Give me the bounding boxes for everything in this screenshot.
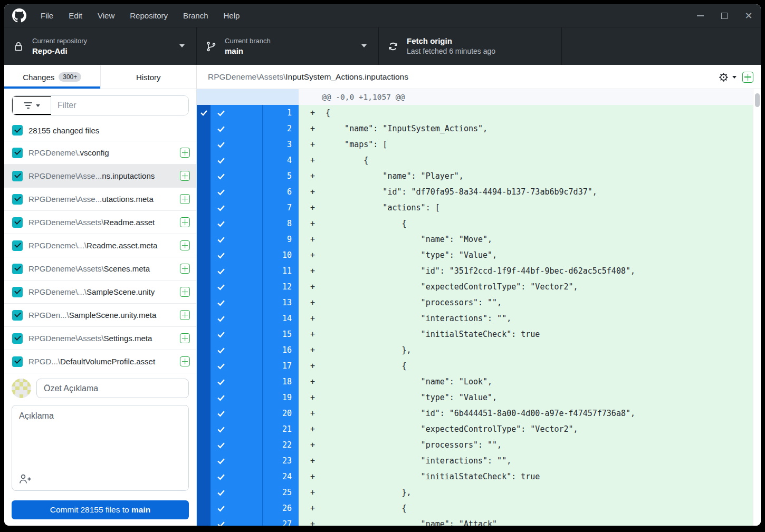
line-include-checkbox[interactable] [211,374,262,390]
hunk-strip-gutter[interactable] [197,485,211,500]
file-plus-button[interactable] [180,217,190,227]
commit-button[interactable]: Commit 28155 files to main [12,500,189,519]
hunk-strip-gutter[interactable] [197,216,211,231]
file-plus-button[interactable] [180,171,190,181]
file-checkbox[interactable] [12,333,23,344]
file-checkbox[interactable] [12,171,23,181]
line-include-checkbox[interactable] [211,500,262,516]
hunk-strip-gutter[interactable] [197,263,211,279]
line-include-checkbox[interactable] [211,216,262,231]
line-include-checkbox[interactable] [211,152,262,168]
diff-scrollbar-thumb[interactable] [755,93,760,107]
menu-item[interactable]: Branch [183,11,208,20]
line-include-checkbox[interactable] [211,516,262,526]
hunk-strip-gutter[interactable] [197,168,211,184]
hunk-strip-gutter[interactable] [197,137,211,152]
line-include-checkbox[interactable] [211,437,262,453]
hunk-strip-gutter[interactable] [197,342,211,358]
file-plus-button[interactable] [180,148,190,158]
file-row[interactable]: RPGDeneme\...\SampleScene.unity [4,280,196,304]
line-include-checkbox[interactable] [211,453,262,469]
line-include-checkbox[interactable] [211,263,262,279]
hunk-strip-gutter[interactable] [197,469,211,485]
line-include-checkbox[interactable] [211,295,262,311]
line-include-checkbox[interactable] [211,311,262,326]
file-plus-button[interactable] [180,287,190,297]
file-checkbox[interactable] [12,240,23,251]
file-plus-button[interactable] [180,194,190,204]
file-checkbox[interactable] [12,148,23,158]
close-button[interactable]: ✕ [737,4,761,27]
diff-scrollbar-track[interactable] [753,89,761,526]
line-include-checkbox[interactable] [211,485,262,500]
filter-options-button[interactable] [12,96,51,115]
line-include-checkbox[interactable] [211,405,262,421]
current-repository-selector[interactable]: Current repository Repo-Adi [4,27,197,65]
line-include-checkbox[interactable] [211,421,262,437]
file-plus-button[interactable] [180,333,190,343]
file-checkbox[interactable] [12,310,23,321]
hunk-strip-gutter[interactable] [197,374,211,390]
file-checkbox[interactable] [12,264,23,274]
file-row[interactable]: RPGDeneme\Asse...utactions.meta [4,188,196,211]
file-checkbox[interactable] [12,287,23,297]
line-include-checkbox[interactable] [211,105,262,121]
hunk-strip-gutter[interactable] [197,121,211,137]
file-row[interactable]: RPGDeneme\.vsconfig [4,141,196,165]
minimize-button[interactable] [688,4,712,27]
hunk-strip-gutter[interactable] [197,231,211,247]
filter-input[interactable] [51,96,188,115]
line-include-checkbox[interactable] [211,231,262,247]
line-include-checkbox[interactable] [211,168,262,184]
line-include-checkbox[interactable] [211,121,262,137]
menu-item[interactable]: File [41,11,53,20]
file-row[interactable]: RPGDeneme\Assets\Scenes.meta [4,257,196,280]
hunk-strip-gutter[interactable] [197,279,211,295]
file-row[interactable]: RPGDeneme\...\Readme.asset.meta [4,234,196,257]
hunk-strip-gutter[interactable] [197,247,211,263]
tab-changes[interactable]: Changes 300+ [4,65,101,89]
file-row[interactable]: RPGDen...\SampleScene.unity.meta [4,304,196,327]
line-include-checkbox[interactable] [211,358,262,374]
line-include-checkbox[interactable] [211,390,262,405]
hunk-strip-gutter[interactable] [197,200,211,216]
hunk-strip-gutter[interactable] [197,516,211,526]
hunk-strip-gutter[interactable] [197,453,211,469]
fetch-origin-button[interactable]: Fetch origin Last fetched 6 minutes ago [379,27,562,65]
file-plus-button[interactable] [180,240,190,250]
hunk-strip-gutter[interactable] [197,405,211,421]
maximize-button[interactable] [712,4,737,27]
expand-diff-button[interactable] [742,72,753,83]
hunk-strip-gutter[interactable] [197,500,211,516]
line-include-checkbox[interactable] [211,247,262,263]
diff-options-button[interactable] [717,71,738,84]
menu-item[interactable]: Help [224,11,240,20]
current-branch-selector[interactable]: Current branch main [197,27,379,65]
hunk-strip-gutter[interactable] [197,326,211,342]
tab-history[interactable]: History [101,65,197,89]
hunk-strip-gutter[interactable] [197,295,211,311]
hunk-strip-gutter[interactable] [197,184,211,200]
line-include-checkbox[interactable] [211,184,262,200]
line-include-checkbox[interactable] [211,342,262,358]
file-row[interactable]: RPGDeneme\Asse...ns.inputactions [4,165,196,188]
commit-description-textarea[interactable] [12,405,189,491]
menu-item[interactable]: Edit [69,11,82,20]
add-coauthor-button[interactable] [18,473,32,485]
select-all-checkbox[interactable] [12,125,23,136]
line-include-checkbox[interactable] [211,137,262,152]
hunk-strip-gutter[interactable] [197,152,211,168]
hunk-strip-gutter[interactable] [197,311,211,326]
line-include-checkbox[interactable] [211,279,262,295]
file-plus-button[interactable] [180,264,190,274]
line-include-checkbox[interactable] [211,200,262,216]
file-checkbox[interactable] [12,194,23,205]
hunk-strip-gutter[interactable] [197,390,211,405]
line-include-checkbox[interactable] [211,469,262,485]
commit-summary-input[interactable] [36,379,189,398]
file-row[interactable]: RPGD...\DefaultVolumeProfile.asset [4,350,196,373]
file-row[interactable]: RPGDeneme\Assets\Readme.asset [4,211,196,234]
hunk-strip-gutter[interactable] [197,421,211,437]
menu-item[interactable]: View [98,11,114,20]
line-include-checkbox[interactable] [211,326,262,342]
